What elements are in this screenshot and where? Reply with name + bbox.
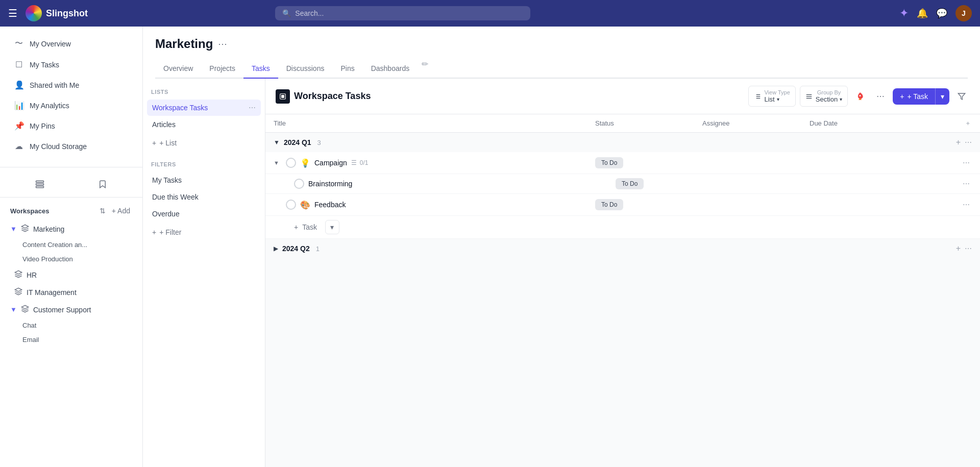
section-more-btn-q2[interactable]: ⋯ [965,244,972,253]
app-logo: Slingshot [26,5,88,21]
sub-item-email[interactable]: Email ⋯ [6,333,136,347]
section-chevron-q1[interactable]: ▼ [274,139,280,146]
overview-icon: 〜 [14,38,23,49]
task-collapse-btn[interactable]: ▼ [274,160,282,166]
group-by-chevron-icon: ▾ [840,96,842,102]
add-list-btn[interactable]: + + List [147,135,261,151]
toolbar-more-btn[interactable]: ⋯ [872,88,889,105]
sidebar-tab-workspaces[interactable] [8,176,71,193]
sidebar-item-my-tasks[interactable]: ☐ My Tasks [4,55,138,75]
sidebar-tabs [0,171,142,198]
status-badge[interactable]: To Do [616,178,644,189]
sidebar-item-my-overview[interactable]: 〜 My Overview [4,33,138,54]
sub-item-chat[interactable]: Chat ⋯ [6,318,136,332]
tasks-table: Title Status Assignee Due Date + [265,114,980,258]
group-by-btn[interactable]: Group By Section ▾ [800,86,848,107]
filter-overdue[interactable]: Overdue [147,206,261,222]
view-type-label-group: View Type List ▾ [764,89,790,103]
ai-icon[interactable]: ✦ [899,7,909,20]
section-add-btn-q2[interactable]: + [956,244,961,253]
sub-item-content-creation[interactable]: Content Creation an... ⋯ [6,238,136,252]
task-row-more-campaign[interactable]: ⋯ [909,152,980,174]
task-row-more-feedback[interactable]: ⋯ [909,194,980,216]
tab-tasks[interactable]: Tasks [243,59,278,79]
svg-rect-4 [281,95,284,98]
rocket-btn[interactable] [852,88,868,105]
shared-icon: 👤 [14,80,23,90]
tab-dashboards[interactable]: Dashboards [363,59,418,79]
col-header-add[interactable]: + [909,114,980,133]
status-badge[interactable]: To Do [595,199,623,210]
list-item-label: Workspace Tasks [152,104,208,112]
section-header-q1: ▼ 2024 Q1 3 + ⋯ [274,138,972,147]
sidebar-item-my-cloud-storage[interactable]: ☁ My Cloud Storage [4,136,138,156]
list-view-icon [754,93,761,100]
sidebar-tab-bookmarks[interactable] [71,176,135,193]
filter-my-tasks[interactable]: My Tasks [147,172,261,188]
add-task-inline-plus: + [294,223,298,231]
add-task-dropdown-btn[interactable]: ▾ [935,88,949,105]
messages-icon[interactable]: 💬 [936,8,947,19]
col-header-title: Title [265,114,587,133]
search-icon: 🔍 [282,9,291,17]
section-more-btn-q1[interactable]: ⋯ [965,138,972,146]
user-avatar[interactable]: J [955,5,972,21]
workspace-name-it: IT Management [27,288,132,297]
workspaces-header: Workspaces ⇅ + Add [6,202,136,220]
view-type-btn[interactable]: View Type List ▾ [748,86,795,107]
task-emoji: 💡 [300,158,310,168]
tab-discussions[interactable]: Discussions [278,59,333,79]
svg-rect-1 [36,184,43,185]
svg-rect-2 [36,186,43,188]
notifications-icon[interactable]: 🔔 [917,8,928,19]
add-task-main[interactable]: + + Task [893,88,935,105]
add-workspace-btn[interactable]: + Add [110,206,132,216]
task-title-cell-campaign: ▼ 💡 Campaign ☰ 0/1 [265,152,587,174]
page-more-btn[interactable]: ⋯ [218,38,227,50]
add-task-btn[interactable]: + + Task ▾ [893,88,949,105]
row-more-icon[interactable]: ⋯ [963,180,970,188]
workspace-item-it[interactable]: IT Management ⋯ [6,284,136,301]
section-add-btn-q1[interactable]: + [956,138,961,147]
task-checkbox[interactable] [286,158,296,168]
task-checkbox[interactable] [286,200,296,210]
row-more-icon[interactable]: ⋯ [963,159,970,167]
filter-tasks-btn[interactable] [953,88,970,105]
search-bar[interactable]: 🔍 [275,6,530,20]
sub-item-name: Chat [22,322,132,329]
edit-tabs-icon[interactable]: ✏ [422,59,428,78]
sidebar-item-my-analytics[interactable]: 📊 My Analytics [4,95,138,115]
tasks-panel-icon [276,89,290,104]
workspace-stacks-icon [14,270,22,280]
add-task-plus-icon: + [900,92,904,101]
row-more-icon[interactable]: ⋯ [963,201,970,209]
sidebar-item-label: My Pins [30,122,55,130]
sub-item-video-production[interactable]: Video Production ⋯ [6,252,136,266]
filters-section: FILTERS My Tasks Due this Week Overdue +… [147,159,261,240]
expand-tasks-btn[interactable]: ▾ [325,220,339,234]
tab-overview[interactable]: Overview [155,59,201,79]
sidebar-item-shared-with-me[interactable]: 👤 Shared with Me [4,75,138,95]
status-badge[interactable]: To Do [595,157,623,168]
add-filter-btn[interactable]: + + Filter [147,224,261,240]
subtask-row-more[interactable]: ⋯ [909,174,980,194]
workspaces-label: Workspaces [10,207,49,215]
page-tabs: Overview Projects Tasks Discussions Pins… [155,59,968,79]
tab-pins[interactable]: Pins [332,59,362,79]
workspace-item-marketing[interactable]: ▼ Marketing ⋯ [6,220,136,237]
filter-due-this-week[interactable]: Due this Week [147,189,261,205]
search-input[interactable] [295,9,523,17]
workspace-item-customer-support[interactable]: ▼ Customer Support ⋯ [6,301,136,318]
section-chevron-q2[interactable]: ▶ [274,245,278,252]
list-more-icon[interactable]: ⋯ [249,104,256,112]
sort-workspaces-btn[interactable]: ⇅ [97,206,108,216]
chevron-down-expand-icon: ▾ [330,223,334,231]
list-item-workspace-tasks[interactable]: Workspace Tasks ⋯ [147,100,261,116]
tab-projects[interactable]: Projects [201,59,243,79]
workspace-item-hr[interactable]: HR ⋯ [6,266,136,283]
hamburger-menu[interactable]: ☰ [8,7,17,19]
sidebar-item-my-pins[interactable]: 📌 My Pins [4,116,138,136]
list-item-articles[interactable]: Articles ⋯ [147,116,261,133]
add-task-inline-btn[interactable]: + Task [294,223,317,231]
task-checkbox[interactable] [294,179,304,189]
